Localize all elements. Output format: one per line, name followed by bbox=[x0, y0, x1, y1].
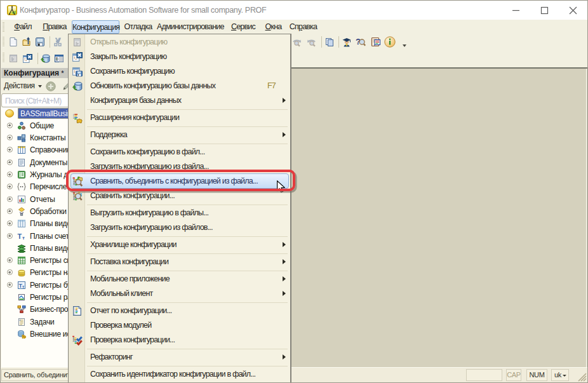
svg-text:T: T bbox=[18, 232, 22, 239]
svg-text:т: т bbox=[22, 285, 24, 289]
svg-text:т: т bbox=[22, 235, 25, 241]
